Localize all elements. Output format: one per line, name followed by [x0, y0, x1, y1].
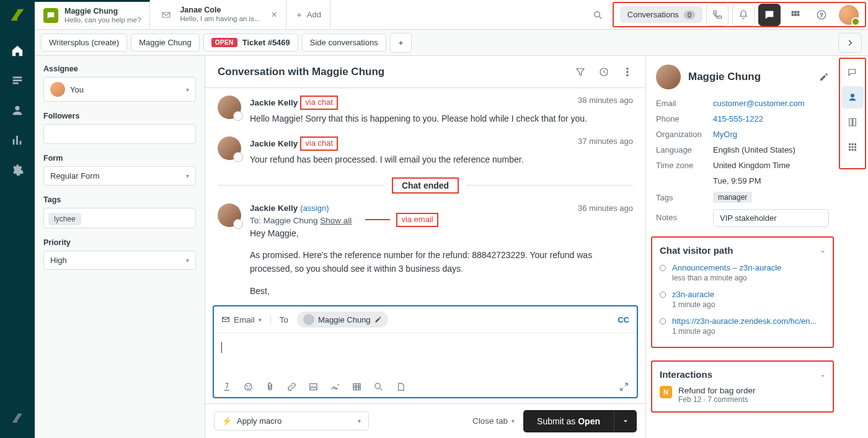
interaction-item[interactable]: N Refund for bag order Feb 12 · 7 commen…	[657, 385, 828, 405]
breadcrumb-ticket[interactable]: OPEN Ticket #5469	[203, 34, 298, 51]
breadcrumb-requester[interactable]: Maggie Chung	[131, 34, 200, 51]
search-icon[interactable]	[373, 382, 384, 392]
avatar	[218, 96, 241, 119]
apps-tab-icon[interactable]	[841, 136, 864, 158]
edit-icon[interactable]	[819, 72, 829, 82]
via-chat-highlight: via chat	[300, 96, 338, 110]
admin-icon[interactable]	[10, 163, 25, 177]
chevron-down-icon[interactable]: ⌄	[820, 371, 825, 378]
close-tab-button[interactable]: Close tab▾	[472, 416, 515, 426]
tag-chip[interactable]: lychee	[48, 213, 81, 225]
svg-text:?: ?	[820, 12, 823, 18]
tags-field[interactable]: lychee	[43, 208, 196, 228]
path-item[interactable]: z3n-auracle1 minute ago	[657, 287, 828, 314]
next-ticket-button[interactable]	[838, 33, 862, 53]
svg-point-12	[627, 74, 628, 76]
svg-rect-27	[854, 149, 856, 151]
svg-rect-21	[854, 143, 856, 145]
tab-janae-cole[interactable]: Janae Cole Hello, I am having an is... ×	[150, 0, 286, 29]
submit-button[interactable]: Submit as Open	[523, 410, 614, 432]
svg-rect-23	[852, 146, 854, 148]
views-icon[interactable]	[10, 73, 25, 88]
customer-phone[interactable]: 415-555-1222	[713, 114, 763, 123]
knowledge-icon[interactable]	[395, 382, 405, 392]
chat-app-icon[interactable]	[758, 4, 781, 26]
edit-icon[interactable]	[374, 316, 382, 323]
svg-point-15	[249, 386, 250, 387]
customers-icon[interactable]	[10, 103, 25, 118]
message-time: 37 minutes ago	[578, 136, 633, 146]
priority-label: Priority	[43, 238, 196, 247]
plus-icon: ＋	[295, 9, 303, 20]
image-icon[interactable]	[308, 382, 319, 392]
context-rail-highlight	[839, 58, 866, 169]
notifications-icon[interactable]	[732, 4, 755, 26]
show-all-link[interactable]: Show all	[320, 216, 352, 225]
conversation-tab-icon[interactable]	[841, 61, 864, 84]
side-conversations[interactable]: Side conversations	[302, 34, 386, 51]
message-text: Hello Maggie! Sorry that this is happeni…	[250, 112, 633, 125]
expand-icon[interactable]	[619, 382, 629, 392]
conversations-count: 0	[684, 11, 695, 19]
filter-icon[interactable]	[575, 66, 586, 78]
attachment-icon[interactable]	[265, 382, 275, 392]
add-side-conversation[interactable]: ＋	[390, 33, 412, 53]
tab-maggie-chung[interactable]: Maggie Chung Hello, can you help me?	[35, 0, 150, 29]
assign-link[interactable]: (assign)	[300, 203, 329, 213]
more-icon[interactable]	[622, 66, 633, 78]
agent-avatar[interactable]	[839, 5, 859, 25]
open-badge: OPEN	[211, 38, 237, 47]
svg-point-10	[627, 68, 628, 69]
apply-macro-button[interactable]: ⚡Apply macro ▾	[214, 411, 369, 431]
cc-button[interactable]: CC	[618, 315, 629, 324]
priority-field[interactable]: High▾	[43, 251, 196, 270]
customer-email[interactable]: customer@customer.com	[713, 99, 805, 108]
events-icon[interactable]	[598, 66, 609, 78]
home-icon[interactable]	[10, 43, 25, 58]
recipient-chip[interactable]: Maggie Chung	[297, 311, 388, 328]
message-text: Your refund has been processed. I will e…	[250, 153, 633, 166]
svg-rect-22	[849, 146, 851, 148]
add-tab[interactable]: ＋ Add	[286, 0, 330, 29]
form-label: Form	[43, 154, 196, 163]
svg-point-13	[245, 383, 252, 390]
ticket-number: Ticket #5469	[242, 38, 290, 47]
search-icon[interactable]	[590, 0, 607, 30]
close-icon[interactable]: ×	[272, 10, 277, 20]
apps-grid-icon[interactable]	[784, 4, 807, 26]
workspace-tabs: Maggie Chung Hello, can you help me? Jan…	[35, 0, 868, 30]
assignee-field[interactable]: You ▾	[43, 77, 196, 102]
signature-icon[interactable]	[330, 382, 340, 392]
customer-tag: manager	[713, 192, 752, 203]
knowledge-tab-icon[interactable]	[841, 111, 864, 133]
customer-org[interactable]: MyOrg	[713, 130, 737, 139]
help-icon[interactable]: ?	[810, 4, 833, 26]
omnichannel-controls-highlight: Conversations 0 ?	[613, 2, 866, 27]
zendesk-logo-icon	[10, 411, 25, 426]
composer-channel-selector[interactable]: Email ▾	[221, 315, 271, 324]
user-tab-icon[interactable]	[841, 86, 864, 109]
submit-dropdown[interactable]	[614, 410, 637, 432]
emoji-icon[interactable]	[243, 382, 254, 392]
timeline-dot-icon	[660, 292, 666, 298]
path-item[interactable]: https://z3n-auracle.zendesk.com/hc/en...…	[657, 314, 828, 341]
add-tab-label: Add	[307, 10, 321, 19]
link-icon[interactable]	[286, 382, 297, 392]
composer-textarea[interactable]	[214, 333, 637, 377]
phone-icon[interactable]	[706, 4, 728, 26]
message-author: Jackie Kelly	[250, 139, 298, 148]
reporting-icon[interactable]	[10, 133, 25, 148]
via-email-highlight: via email	[396, 213, 438, 227]
path-item[interactable]: Announcements – z3n-auracleless than a m…	[657, 261, 828, 287]
customer-notes-field[interactable]: VIP stakeholder	[713, 209, 829, 227]
text-format-icon[interactable]	[221, 382, 232, 392]
form-field[interactable]: Regular Form▾	[43, 166, 196, 185]
customer-context-panel: Maggie Chung Emailcustomer@customer.com …	[645, 56, 839, 438]
followers-field[interactable]	[43, 124, 196, 144]
chevron-down-icon[interactable]: ⌄	[820, 247, 825, 254]
conversations-pill[interactable]: Conversations 0	[620, 6, 702, 23]
table-icon[interactable]	[352, 382, 362, 392]
product-logo	[9, 6, 26, 24]
customer-local-time: Tue, 9:59 PM	[713, 176, 761, 185]
breadcrumb-org[interactable]: Writersplus (create)	[41, 34, 127, 51]
